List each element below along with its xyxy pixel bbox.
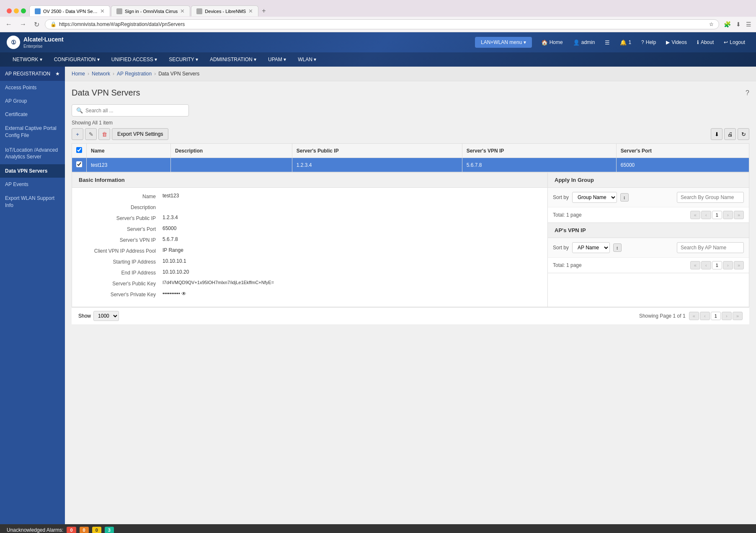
nav-upam[interactable]: UPAM ▾ xyxy=(262,52,292,67)
sidebar-item-iot-location[interactable]: IoT/Location /Advanced Analytics Server xyxy=(0,143,65,165)
main-nav-bar: NETWORK ▾ CONFIGURATION ▾ UNIFIED ACCESS… xyxy=(0,52,756,67)
nav-security[interactable]: SECURITY ▾ xyxy=(163,52,204,67)
sidebar-item-certificate[interactable]: Certificate xyxy=(0,108,65,121)
select-all-header[interactable] xyxy=(72,144,87,158)
apply-group-sort-order-button[interactable]: ↕ xyxy=(620,193,629,202)
new-tab-button[interactable]: + xyxy=(258,5,269,17)
export-vpn-button[interactable]: Export VPN Settings xyxy=(112,128,168,140)
nav-bell-link[interactable]: 🔔 1 xyxy=(616,37,635,48)
ap-vpn-sort-select[interactable]: AP Name xyxy=(572,242,610,253)
row-port: 65000 xyxy=(616,158,749,172)
nav-network[interactable]: NETWORK ▾ xyxy=(7,52,48,67)
nav-logout-link[interactable]: ↩ Logout xyxy=(720,37,749,48)
traffic-light-green[interactable] xyxy=(21,8,26,13)
breadcrumb-network[interactable]: Network xyxy=(92,71,110,77)
add-button[interactable]: + xyxy=(72,128,83,140)
traffic-light-red[interactable] xyxy=(7,8,12,13)
table-row[interactable]: test123 1.2.3.4 5.6.7.8 65000 xyxy=(72,158,749,172)
bottom-first-btn[interactable]: « xyxy=(689,312,699,320)
col-public-ip: Server's Public IP xyxy=(292,144,462,158)
nav-configuration[interactable]: CONFIGURATION ▾ xyxy=(48,52,106,67)
tab-favicon-tab1 xyxy=(35,8,41,14)
tab-close-tab3[interactable]: ✕ xyxy=(248,8,253,14)
back-button[interactable]: ← xyxy=(3,20,14,29)
reload-button[interactable]: ↻ xyxy=(32,20,41,29)
address-bar: 🔒 ☆ xyxy=(45,19,719,29)
alarm-critical-badge: 0 xyxy=(67,527,76,533)
apply-group-next-btn[interactable]: › xyxy=(723,211,733,219)
extensions-button[interactable]: 🧩 xyxy=(722,20,732,29)
toolbar: 🔍 xyxy=(72,104,749,116)
nav-admin-link[interactable]: 👤 admin xyxy=(569,37,599,48)
breadcrumb-home[interactable]: Home xyxy=(72,71,85,77)
bookmark-icon[interactable]: ☆ xyxy=(709,21,714,27)
bottom-next-btn[interactable]: › xyxy=(722,312,732,320)
download-button[interactable]: ⬇ xyxy=(711,128,722,140)
print-button[interactable]: 🖨 xyxy=(724,128,736,140)
refresh-button[interactable]: ↻ xyxy=(738,128,749,140)
menu-button[interactable]: ☰ xyxy=(745,20,753,29)
apply-group-pagination: « ‹ 1 › » xyxy=(690,211,744,219)
info-row-private-key: Server's Private Key •••••••••• 👁 xyxy=(79,291,541,298)
ap-vpn-prev-btn[interactable]: ‹ xyxy=(701,261,711,269)
traffic-light-yellow[interactable] xyxy=(14,8,19,13)
about-icon: ℹ xyxy=(697,39,699,45)
apply-group-current-page[interactable]: 1 xyxy=(712,211,722,219)
sidebar-star-icon[interactable]: ★ xyxy=(55,71,60,77)
apply-group-first-btn[interactable]: « xyxy=(690,211,700,219)
ap-vpn-next-btn[interactable]: › xyxy=(723,261,733,269)
nav-home-link[interactable]: 🏠 Home xyxy=(537,37,567,48)
alarms-bar: Unacknowledged Alarms: 0 0 0 3 xyxy=(0,524,756,533)
browser-tab-tab1[interactable]: OV 2500 - Data VPN Servers ✕ xyxy=(29,5,110,16)
search-input[interactable] xyxy=(85,108,184,114)
nav-unified-access[interactable]: UNIFIED ACCESS ▾ xyxy=(106,52,163,67)
breadcrumb-ap-registration[interactable]: AP Registration xyxy=(117,71,152,77)
col-port: Server's Port xyxy=(616,144,749,158)
nav-help-link[interactable]: ? Help xyxy=(637,37,660,48)
col-vpn-ip: Server's VPN IP xyxy=(462,144,616,158)
apply-group-last-btn[interactable]: » xyxy=(734,211,744,219)
apply-group-sort-select[interactable]: Group Name xyxy=(572,192,617,203)
nav-administration[interactable]: ADMINISTRATION ▾ xyxy=(204,52,262,67)
forward-button[interactable]: → xyxy=(18,20,28,29)
bottom-current-page[interactable]: 1 xyxy=(711,312,721,320)
nav-about-link[interactable]: ℹ About xyxy=(693,37,718,48)
sidebar-item-ap-group[interactable]: AP Group xyxy=(0,94,65,108)
ap-vpn-current-page[interactable]: 1 xyxy=(712,261,722,269)
row-checkbox[interactable] xyxy=(76,161,82,167)
page-title: Data VPN Servers ? xyxy=(72,88,749,98)
sidebar-item-access-points[interactable]: Access Points xyxy=(0,81,65,94)
browser-tab-tab2[interactable]: Sign in - OmniVista Cirrus ✕ xyxy=(111,5,190,16)
edit-button[interactable]: ✎ xyxy=(85,128,97,140)
delete-button[interactable]: 🗑 xyxy=(98,128,110,140)
sidebar-item-export-wlan[interactable]: Export WLAN Support Info xyxy=(0,191,65,213)
ap-vpn-first-btn[interactable]: « xyxy=(690,261,700,269)
info-grid: Name test123 Description Server's Public… xyxy=(72,188,547,307)
nav-menu-link[interactable]: ☰ xyxy=(601,37,614,48)
sidebar-item-ap-events[interactable]: AP Events xyxy=(0,178,65,191)
bottom-pagination-btns: « ‹ 1 › » xyxy=(689,312,743,320)
ap-vpn-ip-header: AP's VPN IP xyxy=(548,223,749,238)
lan-wlan-menu-button[interactable]: LAN+WLAN menu ▾ xyxy=(475,37,532,48)
download-button[interactable]: ⬇ xyxy=(735,20,742,29)
sidebar-item-data-vpn-servers[interactable]: Data VPN Servers xyxy=(0,164,65,178)
bottom-last-btn[interactable]: » xyxy=(733,312,743,320)
row-checkbox-cell[interactable] xyxy=(72,158,87,172)
ap-vpn-search-input[interactable] xyxy=(677,242,744,253)
nav-wlan[interactable]: WLAN ▾ xyxy=(292,52,322,67)
bottom-prev-btn[interactable]: ‹ xyxy=(700,312,710,320)
tab-close-tab2[interactable]: ✕ xyxy=(180,8,185,14)
tab-label-tab1: OV 2500 - Data VPN Servers xyxy=(43,9,98,14)
apply-group-search-input[interactable] xyxy=(677,192,744,203)
ap-vpn-last-btn[interactable]: » xyxy=(734,261,744,269)
sidebar-item-external-captive[interactable]: External Captive Portal Config File xyxy=(0,121,65,143)
ap-vpn-sort-order-button[interactable]: ↕ xyxy=(613,243,622,252)
apply-group-prev-btn[interactable]: ‹ xyxy=(701,211,711,219)
tab-close-tab1[interactable]: ✕ xyxy=(100,8,105,14)
show-select[interactable]: 1000 xyxy=(93,311,119,321)
url-input[interactable] xyxy=(59,21,707,27)
help-circle-button[interactable]: ? xyxy=(746,89,749,97)
browser-tab-tab3[interactable]: Devices - LibreNMS ✕ xyxy=(191,5,258,16)
select-all-checkbox[interactable] xyxy=(76,147,82,153)
nav-videos-link[interactable]: ▶ Videos xyxy=(662,37,691,48)
